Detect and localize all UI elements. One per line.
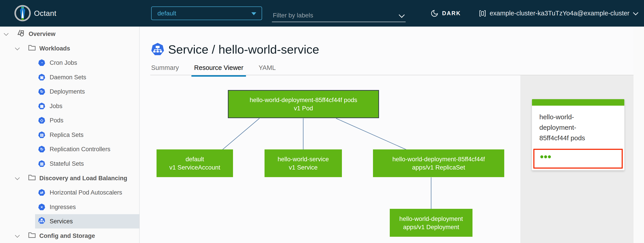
context-label: example-cluster-ka3TuTzYo4a@example-clus…: [490, 9, 630, 17]
sidebar-item-cron-jobs[interactable]: ◔ Cron Jobs: [0, 56, 139, 70]
chevron-down-icon[interactable]: [15, 233, 20, 238]
folder-icon: [28, 174, 36, 183]
overview-icon: [17, 29, 25, 39]
pod-dot: [548, 155, 551, 158]
sidebar-nav: Overview Workloads ◔ Cron Jobs ▣ Daemon …: [0, 26, 140, 243]
sidebar-item-discovery-and-load-balancing[interactable]: Discovery and Load Balancing: [0, 171, 139, 185]
tab-resource-viewer[interactable]: Resource Viewer: [192, 62, 246, 77]
label-filter-placeholder: Filter by labels: [273, 12, 313, 19]
tab-bar: Summary Resource Viewer YAML: [148, 62, 288, 77]
graph-node-service[interactable]: hello-world-service v1 Service: [264, 149, 342, 177]
sidebar-item-pods[interactable]: ◇ Pods: [0, 113, 139, 128]
resource-graph: hello-world-deployment-85ff4cf44f pods v…: [140, 75, 520, 243]
tab-summary[interactable]: Summary: [148, 62, 182, 77]
chevron-down-icon[interactable]: [399, 12, 405, 18]
replication-controllers-icon: ↻: [38, 146, 45, 153]
highlight-outline: [533, 149, 623, 169]
namespace-value: default: [158, 10, 176, 17]
theme-toggle[interactable]: DARK: [430, 0, 461, 26]
sidebar-item-workloads[interactable]: Workloads: [0, 41, 139, 56]
chevron-down-icon: [633, 10, 638, 15]
services-icon: [38, 217, 45, 226]
app-header: Octant default Filter by labels DARK exa…: [0, 0, 644, 26]
horizontal-pod-autoscalers-icon: ⇄: [38, 189, 45, 196]
sidebar-item-replica-sets[interactable]: ▤ Replica Sets: [0, 128, 139, 142]
replica-sets-icon: ▤: [38, 132, 45, 138]
chevron-down-icon[interactable]: [4, 31, 8, 36]
jobs-icon: ▦: [38, 103, 45, 110]
tab-yaml[interactable]: YAML: [256, 62, 278, 77]
chevron-down-icon[interactable]: [15, 45, 20, 50]
detail-panel: hello-world- deployment- 85ff4cf44f pods: [520, 75, 634, 243]
main-content: Service / hello-world-service Summary Re…: [140, 26, 644, 243]
deployments-icon: ↻: [38, 88, 45, 95]
sidebar-item-replication-controllers[interactable]: ↻ Replication Controllers: [0, 142, 139, 156]
app-title: Octant: [34, 0, 56, 26]
chevron-down-icon[interactable]: [15, 175, 20, 180]
sidebar-item-stateful-sets[interactable]: ▥ Stateful Sets: [0, 157, 139, 171]
graph-node-replicaset[interactable]: hello-world-deployment-85ff4cf44f apps/v…: [373, 149, 504, 177]
ingresses-icon: ×: [38, 204, 45, 211]
graph-node-deployment[interactable]: hello-world-deployment apps/v1 Deploymen…: [390, 209, 472, 237]
sidebar-item-horizontal-pod-autoscalers[interactable]: ⇄ Horizontal Pod Autoscalers: [0, 185, 139, 200]
sidebar-item-config-and-storage[interactable]: Config and Storage: [0, 229, 139, 243]
pod-dot: [540, 155, 544, 158]
sidebar-item-services[interactable]: Services: [0, 214, 139, 229]
edge-pod-serviceaccount: [222, 118, 260, 150]
label-filter-input[interactable]: Filter by labels: [272, 8, 406, 22]
sidebar-item-daemon-sets[interactable]: ▣ Daemon Sets: [0, 70, 139, 84]
selected-resource-card: hello-world- deployment- 85ff4cf44f pods: [532, 99, 624, 170]
moon-icon: [430, 9, 438, 17]
octant-app: Octant default Filter by labels DARK exa…: [0, 0, 644, 243]
pod-dot: [544, 155, 547, 158]
graph-node-serviceaccount[interactable]: default v1 ServiceAccount: [156, 149, 233, 177]
page-title: Service / hello-world-service: [151, 42, 319, 56]
cron-jobs-icon: ◔: [38, 59, 45, 66]
caret-down-icon: [251, 12, 256, 15]
folder-icon: [28, 44, 36, 53]
sidebar-item-deployments[interactable]: ↻ Deployments: [0, 84, 139, 99]
card-status-bar: [532, 99, 624, 106]
octant-logo: [14, 4, 31, 22]
sidebar-item-jobs[interactable]: ▦ Jobs: [0, 99, 139, 113]
pods-icon: ◇: [38, 117, 45, 124]
sidebar-item-ingresses[interactable]: × Ingresses: [0, 200, 139, 214]
stateful-sets-icon: ▥: [38, 160, 45, 167]
scrollbar-gutter[interactable]: [634, 26, 644, 243]
sidebar-item-overview[interactable]: Overview: [0, 27, 139, 41]
daemon-sets-icon: ▣: [38, 74, 45, 81]
card-title: hello-world- deployment- 85ff4cf44f pods: [539, 112, 585, 143]
folder-icon: [28, 232, 36, 240]
graph-node-pod[interactable]: hello-world-deployment-85ff4cf44f pods v…: [228, 90, 379, 118]
edge-pod-replicaset: [336, 118, 406, 150]
service-icon: [151, 43, 164, 56]
context-selector[interactable]: example-cluster-ka3TuTzYo4a@example-clus…: [479, 0, 638, 26]
namespace-dropdown[interactable]: default: [151, 6, 262, 20]
pod-status-dots: [540, 155, 551, 158]
cluster-icon: [479, 10, 486, 17]
theme-toggle-label: DARK: [442, 10, 461, 16]
